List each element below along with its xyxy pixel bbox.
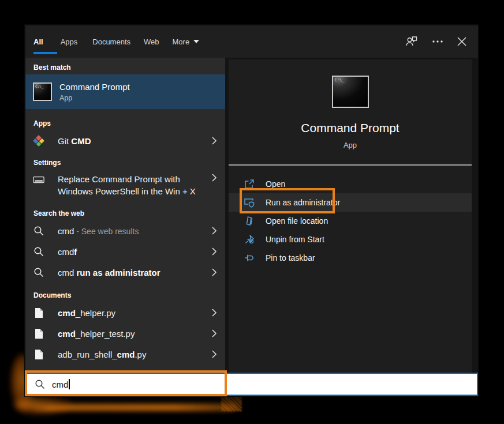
action-run-as-administrator[interactable]: Run as administrator bbox=[229, 193, 472, 212]
action-label: Open bbox=[266, 179, 285, 189]
section-header-documents: Documents bbox=[25, 290, 225, 302]
results-pane: Best match C:\_ Command Prompt App Apps … bbox=[25, 58, 225, 373]
preview-pane: C:\_ Command Prompt App Open bbox=[229, 59, 472, 373]
action-label: Open file location bbox=[266, 216, 328, 226]
section-header-settings: Settings bbox=[25, 157, 225, 170]
screen: All Apps Documents Web More bbox=[0, 0, 504, 424]
section-header-best-match: Best match bbox=[25, 62, 225, 74]
context-actions: Open Run as administrator Open file bbox=[229, 175, 472, 267]
file-location-icon bbox=[244, 215, 255, 227]
document-label: adb_run_shell_cmd.py bbox=[58, 350, 146, 359]
unpin-icon bbox=[244, 234, 255, 245]
search-icon bbox=[33, 267, 44, 277]
web-suggestion-cmd[interactable]: cmd - See web results bbox=[25, 220, 225, 241]
search-query-text: cmd bbox=[52, 380, 68, 389]
chevron-right-icon[interactable] bbox=[211, 329, 217, 338]
suggestion-label: cmd run as administrator bbox=[58, 268, 160, 277]
chevron-right-icon[interactable] bbox=[211, 350, 217, 359]
doc-cmd-helper-py[interactable]: cmd_helper.py bbox=[25, 302, 225, 323]
document-icon bbox=[33, 349, 44, 360]
tab-web[interactable]: Web bbox=[144, 37, 159, 46]
options-ellipsis-icon[interactable] bbox=[432, 40, 443, 43]
tab-all[interactable]: All bbox=[33, 37, 43, 46]
action-unpin-from-start[interactable]: Unpin from Start bbox=[229, 230, 472, 249]
web-suggestion-cmdf[interactable]: cmdf bbox=[25, 241, 225, 262]
tab-more-label: More bbox=[173, 37, 190, 46]
search-bar: cmd bbox=[25, 373, 478, 396]
search-flyout-window: All Apps Documents Web More bbox=[25, 25, 478, 396]
feedback-icon[interactable] bbox=[405, 36, 418, 47]
dropdown-triangle-icon bbox=[193, 40, 199, 43]
git-icon bbox=[33, 135, 44, 147]
result-command-prompt[interactable]: C:\_ Command Prompt App bbox=[25, 74, 225, 109]
divider bbox=[229, 164, 472, 166]
tab-apps[interactable]: Apps bbox=[61, 37, 78, 46]
result-label: Git CMD bbox=[58, 136, 91, 146]
pin-icon bbox=[244, 252, 255, 264]
active-tab-indicator bbox=[33, 52, 57, 54]
chevron-right-icon[interactable] bbox=[211, 136, 217, 145]
web-suggestion-cmd-run-as-administrator[interactable]: cmd run as administrator bbox=[25, 262, 225, 283]
filter-tab-bar: All Apps Documents Web More bbox=[25, 25, 478, 58]
chevron-right-icon[interactable] bbox=[211, 247, 217, 256]
document-icon bbox=[33, 328, 44, 339]
action-label: Unpin from Start bbox=[266, 235, 324, 244]
result-git-cmd[interactable]: Git CMD bbox=[25, 130, 225, 151]
document-label: cmd_helper_test.py bbox=[58, 329, 135, 339]
search-input[interactable]: cmd bbox=[52, 379, 70, 389]
run-as-administrator-shield-icon bbox=[244, 197, 255, 208]
annotation-glow-corner bbox=[15, 396, 73, 414]
text-caret-icon bbox=[69, 379, 70, 389]
document-label: cmd_helper.py bbox=[58, 308, 115, 318]
search-icon bbox=[33, 246, 44, 257]
content-area: Best match C:\_ Command Prompt App Apps … bbox=[25, 58, 478, 373]
result-subtitle: App bbox=[59, 94, 130, 102]
section-header-apps: Apps bbox=[25, 118, 225, 130]
close-icon[interactable] bbox=[457, 37, 466, 46]
doc-adb-run-shell-cmd-py[interactable]: adb_run_shell_cmd.py bbox=[25, 344, 225, 365]
action-open[interactable]: Open bbox=[229, 175, 472, 193]
action-label: Pin to taskbar bbox=[266, 253, 315, 262]
chevron-right-icon[interactable] bbox=[211, 226, 217, 235]
chevron-right-icon[interactable] bbox=[211, 173, 217, 182]
document-icon bbox=[33, 307, 44, 318]
open-icon bbox=[244, 178, 255, 190]
action-pin-to-taskbar[interactable]: Pin to taskbar bbox=[229, 249, 472, 267]
search-icon bbox=[35, 379, 45, 389]
command-prompt-icon: C:\_ bbox=[33, 82, 52, 101]
suggestion-label: cmd - See web results bbox=[58, 226, 139, 236]
result-replace-command-prompt-setting[interactable]: Replace Command Prompt with Windows Powe… bbox=[25, 170, 225, 201]
window-setting-icon bbox=[33, 175, 44, 185]
tab-documents[interactable]: Documents bbox=[92, 37, 130, 46]
doc-cmd-helper-test-py[interactable]: cmd_helper_test.py bbox=[25, 323, 225, 344]
tab-more[interactable]: More bbox=[173, 37, 200, 46]
action-label: Run as administrator bbox=[266, 198, 340, 207]
search-icon bbox=[33, 226, 44, 236]
section-header-search-the-web: Search the web bbox=[25, 208, 225, 220]
preview-title: Command Prompt bbox=[229, 119, 472, 137]
command-prompt-icon-large: C:\_ bbox=[332, 76, 369, 108]
result-label: Replace Command Prompt with Windows Powe… bbox=[58, 173, 196, 197]
suggestion-label: cmdf bbox=[58, 247, 77, 257]
result-title: Command Prompt bbox=[59, 81, 130, 92]
preview-subtitle: App bbox=[229, 140, 472, 151]
annotation-glow-bottom bbox=[29, 403, 237, 411]
action-open-file-location[interactable]: Open file location bbox=[229, 212, 472, 230]
annotation-glow-patch bbox=[221, 395, 242, 411]
chevron-right-icon[interactable] bbox=[211, 308, 217, 317]
chevron-right-icon[interactable] bbox=[211, 268, 217, 277]
